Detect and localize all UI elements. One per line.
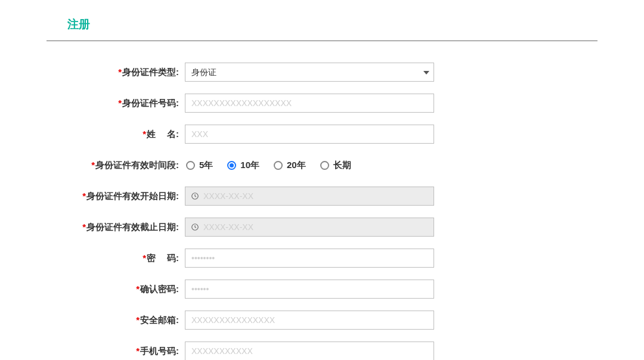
validity-radio-group: 5年 10年 20年 长期 — [185, 156, 434, 175]
row-password: *密码: — [47, 249, 597, 268]
clock-icon — [191, 192, 199, 200]
row-phone: *手机号码: — [47, 342, 597, 360]
required-mark: * — [82, 222, 86, 232]
required-mark: * — [143, 253, 146, 263]
row-id-number: *身份证件号码: — [47, 94, 597, 113]
email-input[interactable] — [185, 311, 434, 330]
radio-5years[interactable]: 5年 — [186, 160, 213, 171]
page-title: 注册 — [47, 17, 597, 41]
row-id-type: *身份证件类型: 身份证 — [47, 63, 597, 82]
label-validity-period: *身份证件有效时间段: — [47, 160, 185, 171]
radio-circle-icon — [274, 161, 283, 170]
label-email: *安全邮箱: — [47, 315, 185, 326]
label-password: *密码: — [47, 253, 185, 264]
row-valid-end: *身份证件有效截止日期: — [47, 218, 597, 237]
label-name: *姓名: — [47, 129, 185, 140]
radio-10years[interactable]: 10年 — [227, 160, 259, 171]
register-form: *身份证件类型: 身份证 *身份证件号码: — [47, 41, 597, 360]
label-valid-start: *身份证件有效开始日期: — [47, 191, 185, 202]
phone-input[interactable] — [185, 342, 434, 360]
radio-circle-icon — [320, 161, 329, 170]
id-type-select[interactable]: 身份证 — [185, 63, 434, 82]
label-id-type: *身份证件类型: — [47, 67, 185, 78]
valid-start-input[interactable] — [185, 187, 434, 206]
required-mark: * — [136, 346, 140, 356]
required-mark: * — [143, 129, 146, 139]
radio-circle-checked-icon — [227, 161, 236, 170]
required-mark: * — [91, 160, 95, 170]
id-number-input[interactable] — [185, 94, 434, 113]
radio-circle-icon — [186, 161, 195, 170]
row-email: *安全邮箱: — [47, 311, 597, 330]
required-mark: * — [118, 67, 122, 77]
label-confirm-password: *确认密码: — [47, 284, 185, 295]
label-phone: *手机号码: — [47, 346, 185, 357]
radio-20years[interactable]: 20年 — [274, 160, 306, 171]
required-mark: * — [82, 191, 86, 201]
required-mark: * — [136, 315, 140, 325]
row-validity-period: *身份证件有效时间段: 5年 10年 20年 — [47, 156, 597, 175]
password-input[interactable] — [185, 249, 434, 268]
row-valid-start: *身份证件有效开始日期: — [47, 187, 597, 206]
label-valid-end: *身份证件有效截止日期: — [47, 222, 185, 233]
confirm-password-input[interactable] — [185, 280, 434, 299]
label-id-number: *身份证件号码: — [47, 98, 185, 109]
row-name: *姓名: — [47, 125, 597, 144]
row-confirm-password: *确认密码: — [47, 280, 597, 299]
required-mark: * — [118, 98, 122, 108]
valid-end-input[interactable] — [185, 218, 434, 237]
radio-longterm[interactable]: 长期 — [320, 160, 351, 171]
required-mark: * — [136, 284, 140, 294]
clock-icon — [191, 223, 199, 231]
name-input[interactable] — [185, 125, 434, 144]
